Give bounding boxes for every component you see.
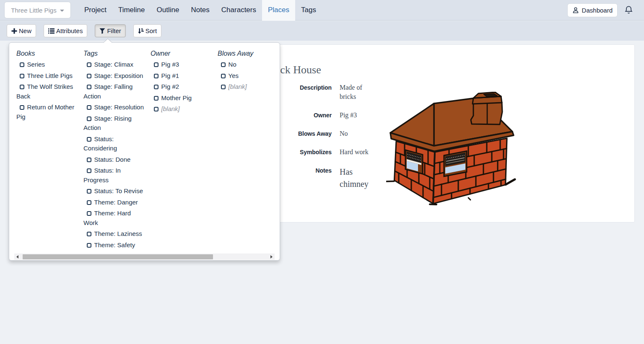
project-selector[interactable]: Three Little Pigs — [4, 2, 71, 18]
user-icon — [572, 7, 579, 13]
plus-icon — [11, 28, 17, 34]
filter-popover: Books SeriesThree Little PigsThe Wolf St… — [9, 42, 280, 261]
field-value[interactable]: Made of bricks — [340, 83, 379, 101]
filter-option-theme-hard-work[interactable]: Theme: Hard Work — [83, 209, 146, 228]
filter-option-pig-1[interactable]: Pig #1 — [151, 71, 213, 81]
filter-option-theme-danger[interactable]: Theme: Danger — [83, 198, 146, 207]
tab-places[interactable]: Places — [262, 0, 295, 21]
filter-option-status-done[interactable]: Status: Done — [83, 155, 146, 165]
filter-option-mother-pig[interactable]: Mother Pig — [151, 93, 213, 103]
filter-option-blows-away-yes[interactable]: Yes — [218, 71, 280, 81]
checkbox-icon[interactable] — [154, 62, 158, 67]
sort-button[interactable]: Sort — [133, 24, 162, 37]
scroll-right-arrow-icon[interactable] — [268, 253, 275, 260]
checkbox-icon[interactable] — [87, 116, 91, 121]
dashboard-button[interactable]: Dashboard — [567, 3, 618, 17]
checkbox-icon[interactable] — [221, 85, 226, 89]
filter-column-books: Books SeriesThree Little PigsThe Wolf St… — [16, 49, 83, 251]
filter-button-label: Filter — [107, 27, 121, 34]
popover-columns: Books SeriesThree Little PigsThe Wolf St… — [9, 43, 280, 251]
checkbox-icon[interactable] — [87, 74, 91, 78]
filter-funnel-icon — [99, 28, 105, 34]
filter-option-stage-rising-action[interactable]: Stage: Rising Action — [83, 114, 146, 133]
filter-option-stage-falling-action[interactable]: Stage: Falling Action — [83, 82, 146, 101]
checkbox-icon[interactable] — [154, 74, 158, 78]
filter-option-the-wolf-strikes-back[interactable]: The Wolf Strikes Back — [16, 82, 79, 101]
dashboard-label: Dashboard — [582, 7, 613, 14]
main-nav: ProjectTimelineOutlineNotesCharactersPla… — [78, 0, 322, 21]
attributes-button-label: Attributes — [56, 27, 83, 34]
checkbox-icon[interactable] — [221, 74, 226, 78]
checkbox-icon[interactable] — [221, 62, 226, 67]
checkbox-icon[interactable] — [87, 158, 91, 162]
sort-button-label: Sort — [145, 27, 157, 34]
new-button[interactable]: New — [7, 24, 36, 37]
filter-option-stage-resolution[interactable]: Stage: Resolution — [83, 103, 146, 112]
filter-option-blows-away-no[interactable]: No — [218, 60, 280, 70]
filter-option-status-to-revise[interactable]: Status: To Revise — [83, 186, 146, 196]
filter-option-owner-blank[interactable]: [blank] — [151, 104, 213, 114]
checkbox-icon[interactable] — [87, 105, 91, 110]
checkbox-icon[interactable] — [154, 96, 158, 101]
checkbox-icon[interactable] — [87, 137, 91, 142]
filter-option-series[interactable]: Series — [16, 60, 79, 70]
attributes-button[interactable]: Attributes — [44, 24, 87, 37]
tab-notes[interactable]: Notes — [185, 0, 215, 21]
filter-column-heading: Owner — [151, 49, 218, 58]
checkbox-icon[interactable] — [20, 105, 24, 110]
filter-option-status-considering[interactable]: Status: Considering — [83, 134, 146, 153]
checkbox-icon[interactable] — [87, 85, 91, 89]
checkbox-icon[interactable] — [87, 189, 91, 194]
filter-option-pig-3[interactable]: Pig #3 — [151, 60, 213, 70]
filter-column-blows-away: Blows Away NoYes[blank] — [218, 49, 285, 251]
filter-option-status-in-progress[interactable]: Status: In Progress — [83, 166, 146, 185]
checkbox-icon[interactable] — [154, 107, 158, 111]
filter-option-theme-safety[interactable]: Theme: Safety — [83, 241, 146, 250]
tab-characters[interactable]: Characters — [216, 0, 262, 21]
checkbox-icon[interactable] — [20, 62, 24, 67]
sort-icon — [138, 28, 144, 34]
brick-house-illustration — [386, 92, 518, 206]
filter-option-return-of-mother-pig[interactable]: Return of Mother Pig — [16, 103, 79, 122]
filter-option-blows-away-blank[interactable]: [blank] — [218, 82, 280, 92]
filter-option-stage-climax[interactable]: Stage: Climax — [83, 60, 146, 70]
field-value[interactable]: Has chimney — [340, 166, 382, 190]
scrollbar-thumb[interactable] — [23, 254, 213, 259]
checkbox-icon[interactable] — [20, 74, 24, 78]
checkbox-icon[interactable] — [87, 168, 91, 173]
checkbox-icon[interactable] — [87, 232, 91, 236]
checkbox-icon[interactable] — [87, 243, 91, 248]
scrollbar-track[interactable] — [21, 253, 268, 260]
filter-column-tags: Tags Stage: ClimaxStage: ExpositionStage… — [83, 49, 151, 251]
checkbox-icon[interactable] — [154, 85, 158, 89]
filter-option-stage-exposition[interactable]: Stage: Exposition — [83, 71, 146, 81]
filter-option-three-little-pigs[interactable]: Three Little Pigs — [16, 71, 79, 81]
field-value[interactable]: Hard work — [340, 147, 379, 157]
popover-hscrollbar — [14, 253, 275, 260]
filter-option-pig-2[interactable]: Pig #2 — [151, 82, 213, 92]
notifications-bell-icon[interactable] — [624, 5, 633, 15]
toolbar: New Attributes Filter Sort — [0, 21, 644, 41]
chevron-down-icon — [60, 10, 64, 12]
tab-tags[interactable]: Tags — [295, 0, 322, 21]
filter-column-heading: Tags — [83, 49, 151, 58]
scroll-left-arrow-icon[interactable] — [14, 253, 21, 260]
filter-column-heading: Books — [16, 49, 83, 58]
top-navbar: Three Little Pigs ProjectTimelineOutline… — [0, 0, 644, 21]
new-button-label: New — [19, 27, 31, 34]
filter-option-theme-laziness[interactable]: Theme: Laziness — [83, 229, 146, 239]
field-value[interactable]: No — [340, 129, 379, 138]
checkbox-icon[interactable] — [87, 211, 91, 216]
filter-column-heading: Blows Away — [218, 49, 285, 58]
list-icon — [48, 28, 55, 34]
tab-project[interactable]: Project — [78, 0, 112, 21]
checkbox-icon[interactable] — [87, 200, 91, 205]
field-value[interactable]: Pig #3 — [340, 111, 379, 120]
tab-outline[interactable]: Outline — [151, 0, 185, 21]
project-selector-label: Three Little Pigs — [11, 7, 56, 14]
checkbox-icon[interactable] — [20, 85, 24, 89]
filter-button[interactable]: Filter — [95, 24, 125, 37]
tab-timeline[interactable]: Timeline — [112, 0, 151, 21]
checkbox-icon[interactable] — [87, 62, 91, 67]
popover-arrow — [103, 39, 112, 43]
